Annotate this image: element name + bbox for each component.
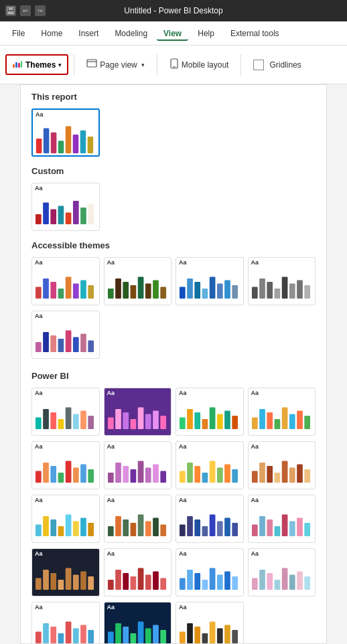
menu-home[interactable]: Home — [34, 26, 69, 41]
svg-rect-103 — [66, 461, 72, 483]
theme-card-label: Aa — [32, 258, 99, 266]
menu-file[interactable]: File — [5, 26, 31, 41]
svg-rect-64 — [73, 337, 79, 352]
svg-rect-151 — [210, 515, 216, 536]
theme-card-pbi-12[interactable]: Aa — [248, 495, 316, 543]
svg-rect-176 — [145, 575, 151, 590]
svg-rect-72 — [73, 414, 79, 429]
theme-card-accessible-4[interactable]: Aa — [248, 257, 316, 305]
svg-rect-27 — [36, 287, 42, 298]
svg-rect-68 — [43, 409, 49, 429]
svg-rect-194 — [304, 576, 310, 590]
theme-card-label: Aa — [32, 183, 99, 191]
svg-rect-35 — [107, 289, 113, 299]
theme-card-pbi-18[interactable]: Aa — [104, 602, 172, 644]
menu-insert[interactable]: Insert — [72, 26, 105, 41]
svg-rect-92 — [259, 409, 265, 429]
theme-card-custom[interactable]: Aa — [31, 183, 100, 231]
svg-rect-217 — [224, 625, 230, 643]
svg-rect-145 — [153, 518, 159, 536]
gridlines-label: Gridlines — [269, 60, 301, 70]
svg-rect-52 — [259, 278, 265, 299]
svg-rect-159 — [281, 515, 287, 536]
theme-card-accessible-3[interactable]: Aa — [176, 257, 244, 305]
svg-rect-95 — [281, 408, 287, 429]
mobile-layout-button[interactable]: Mobile layout — [163, 56, 236, 74]
svg-rect-100 — [43, 463, 49, 483]
theme-card-accessible-5[interactable]: Aa — [31, 311, 100, 359]
svg-rect-56 — [289, 284, 295, 299]
theme-card-label: Aa — [105, 388, 171, 396]
themes-button[interactable]: Themes ▾ — [5, 54, 68, 75]
theme-card-pbi-9[interactable]: Aa — [31, 495, 100, 543]
theme-card-label: Aa — [176, 258, 243, 266]
theme-chart — [249, 503, 316, 542]
theme-card-pbi-4[interactable]: Aa — [248, 388, 316, 436]
custom-title: Custom — [21, 159, 326, 180]
svg-rect-38 — [130, 285, 136, 299]
svg-rect-162 — [304, 523, 310, 536]
theme-card-pbi-6[interactable]: Aa — [104, 441, 172, 489]
theme-card-pbi-1[interactable]: Aa — [31, 388, 100, 436]
theme-card-pbi-19[interactable]: Aa — [176, 602, 244, 644]
theme-card-this-report[interactable]: Aa — [31, 108, 100, 157]
svg-rect-204 — [115, 623, 121, 643]
svg-rect-193 — [297, 572, 303, 590]
theme-card-pbi-11[interactable]: Aa — [176, 495, 244, 543]
page-view-button[interactable]: Page view ▾ — [80, 56, 151, 74]
gridlines-checkbox[interactable] — [253, 60, 264, 70]
menu-modeling[interactable]: Modeling — [108, 26, 154, 41]
svg-rect-6 — [21, 61, 22, 68]
svg-rect-15 — [66, 126, 72, 153]
theme-card-pbi-15[interactable]: Aa — [176, 548, 244, 596]
gridlines-button[interactable]: Gridlines — [247, 57, 307, 73]
this-report-title: This report — [21, 85, 326, 106]
svg-rect-201 — [80, 625, 86, 643]
theme-card-pbi-5[interactable]: Aa — [31, 441, 100, 489]
themes-arrow-icon: ▾ — [58, 62, 62, 68]
svg-rect-78 — [130, 419, 136, 429]
menu-help[interactable]: Help — [191, 26, 221, 41]
theme-card-pbi-2[interactable]: Aa — [104, 388, 172, 436]
svg-rect-128 — [289, 468, 295, 483]
theme-card-pbi-16[interactable]: Aa — [248, 548, 316, 596]
svg-rect-82 — [160, 416, 166, 429]
svg-rect-154 — [232, 523, 238, 536]
theme-card-label: Aa — [105, 495, 171, 503]
menu-external-tools[interactable]: External tools — [224, 26, 286, 41]
theme-chart — [105, 396, 171, 435]
svg-rect-178 — [160, 578, 166, 589]
undo-icon[interactable]: ↩ — [20, 5, 31, 16]
svg-rect-106 — [88, 469, 94, 483]
theme-chart — [32, 266, 99, 305]
theme-card-pbi-10[interactable]: Aa — [104, 495, 172, 543]
theme-card-accessible-2[interactable]: Aa — [104, 257, 172, 305]
svg-rect-99 — [36, 471, 42, 482]
theme-card-pbi-3[interactable]: Aa — [176, 388, 244, 436]
svg-rect-166 — [58, 580, 64, 590]
svg-rect-61 — [50, 335, 56, 352]
svg-rect-91 — [251, 417, 257, 428]
menu-view[interactable]: View — [157, 26, 188, 41]
theme-card-pbi-13[interactable]: Aa — [31, 548, 100, 596]
svg-rect-212 — [187, 623, 193, 643]
theme-card-pbi-14[interactable]: Aa — [104, 548, 172, 596]
theme-card-pbi-8[interactable]: Aa — [248, 441, 316, 489]
theme-card-pbi-17[interactable]: Aa — [31, 602, 100, 644]
svg-rect-160 — [289, 521, 295, 536]
svg-rect-150 — [202, 526, 208, 536]
theme-card-pbi-7[interactable]: Aa — [176, 441, 244, 489]
custom-themes: Aa — [21, 180, 326, 234]
theme-card-label: Aa — [32, 311, 99, 319]
svg-rect-2 — [8, 11, 13, 14]
theme-card-accessible-1[interactable]: Aa — [31, 257, 100, 305]
svg-rect-118 — [202, 473, 208, 483]
svg-rect-116 — [187, 463, 193, 483]
svg-rect-11 — [36, 139, 42, 153]
svg-rect-133 — [50, 519, 56, 536]
save-icon[interactable] — [5, 5, 16, 16]
redo-icon[interactable]: ↪ — [35, 5, 46, 16]
svg-rect-59 — [36, 342, 42, 352]
svg-rect-102 — [58, 473, 64, 483]
theme-card-label: Aa — [249, 388, 316, 396]
